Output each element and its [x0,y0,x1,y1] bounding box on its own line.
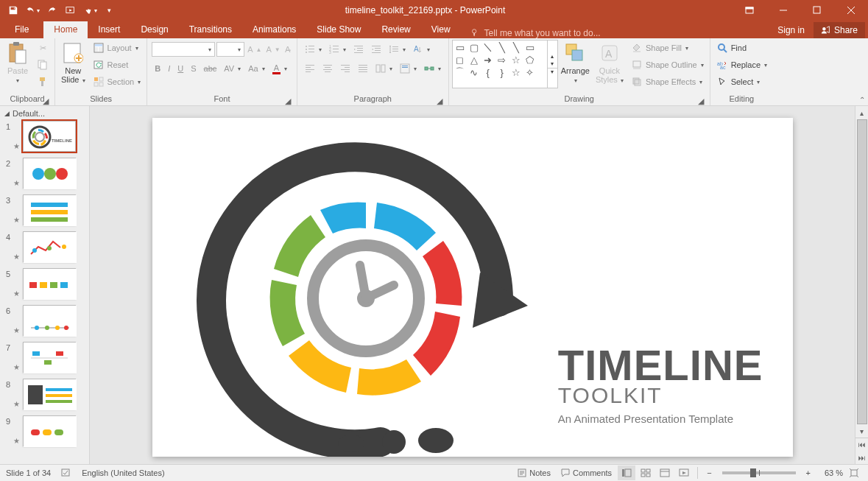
underline-button[interactable]: U [174,60,186,77]
tell-me-search[interactable]: Tell me what you want to do... [470,28,601,38]
close-button[interactable] [834,0,868,21]
zoom-slider[interactable] [722,471,796,474]
maximize-button[interactable] [800,0,834,21]
tab-review[interactable]: Review [371,21,420,38]
italic-button[interactable]: I [165,60,173,77]
redo-button[interactable] [43,1,60,19]
customize-qat-button[interactable]: ▾ [100,1,118,19]
grow-font-button[interactable]: A▲ [246,41,263,57]
vertical-scrollbar[interactable]: ▴ ▾ ⏮ ⏭ [855,106,868,464]
tab-file[interactable]: File [0,21,43,38]
undo-button[interactable]: ▾ [24,1,41,19]
collapse-ribbon-button[interactable]: ⌃ [859,96,865,104]
slide-thumbnail-5[interactable]: 5★ [0,267,89,303]
font-name-combo[interactable]: ▾ [152,42,215,57]
bullets-button[interactable]: ▾ [302,41,325,57]
cut-button[interactable]: ✂ [34,40,52,56]
slide-sorter-view-button[interactable] [637,466,654,480]
save-button[interactable] [4,1,22,19]
shapes-more[interactable]: ▾ [548,68,557,75]
slide-thumbnail-4[interactable]: 4★ [0,230,89,267]
char-spacing-button[interactable]: AV▾ [221,60,244,77]
language-indicator[interactable]: English (United States) [82,468,165,477]
slide-thumbnail-panel[interactable]: ◢Default... 1★TIMELINE2★3★4★5★6★7★8★9★ [0,106,90,464]
tab-transitions[interactable]: Transitions [179,21,242,38]
tab-design[interactable]: Design [130,21,178,38]
slide-thumbnail-9[interactable]: 9★ [0,414,89,451]
paragraph-launcher[interactable]: ◢ [435,96,444,105]
slide-canvas-area[interactable]: TIMELINE TOOLKIT An Animated Presentatio… [90,106,855,464]
slide-thumbnail-3[interactable]: 3★ [0,193,89,230]
tab-slideshow[interactable]: Slide Show [306,21,371,38]
slide-thumbnail-2[interactable]: 2★ [0,156,89,193]
prev-slide-button[interactable]: ⏮ [855,438,868,451]
clipboard-launcher[interactable]: ◢ [41,96,50,105]
spellcheck-icon[interactable] [61,467,71,479]
tab-view[interactable]: View [421,21,461,38]
font-launcher[interactable]: ◢ [283,96,292,105]
slideshow-view-button[interactable] [675,466,693,480]
line-spacing-button[interactable]: ▾ [386,41,409,57]
shape-outline-button[interactable]: Shape Outline ▾ [628,57,707,73]
slide-thumbnail-7[interactable]: 7★ [0,340,89,377]
shapes-scroll-up[interactable]: ▴ [548,53,557,60]
scroll-thumb[interactable] [857,119,867,424]
align-text-button[interactable]: ▾ [397,60,420,77]
tab-home[interactable]: Home [43,21,88,38]
section-header[interactable]: ◢Default... [0,106,89,119]
strikethrough-button[interactable]: abc [201,60,220,77]
columns-button[interactable]: ▾ [373,60,395,77]
decrease-indent-button[interactable] [350,41,367,57]
shape-fill-button[interactable]: Shape Fill ▾ [628,40,707,56]
notes-button[interactable]: Notes [513,467,555,479]
copy-button[interactable] [34,57,52,73]
font-size-combo[interactable]: ▾ [216,42,244,57]
format-painter-button[interactable] [34,74,52,90]
paste-button[interactable]: Paste▾ [3,40,32,87]
slide-thumbnail-8[interactable]: 8★ [0,377,89,414]
reset-button[interactable]: Reset [90,57,144,73]
zoom-in-button[interactable]: + [802,467,815,479]
scroll-down-button[interactable]: ▾ [855,424,868,438]
change-case-button[interactable]: Aa▾ [245,60,267,77]
normal-view-button[interactable] [618,466,635,480]
tab-insert[interactable]: Insert [88,21,130,38]
scroll-up-button[interactable]: ▴ [855,106,868,119]
new-slide-button[interactable]: NewSlide ▾ [58,40,88,87]
increase-indent-button[interactable] [368,41,384,57]
select-button[interactable]: Select ▾ [713,74,770,90]
text-direction-button[interactable]: A▾ [410,41,433,57]
zoom-out-button[interactable]: − [702,467,716,479]
smartart-button[interactable]: ▾ [421,60,444,77]
section-button[interactable]: Section ▾ [90,74,144,90]
slide[interactable]: TIMELINE TOOLKIT An Animated Presentatio… [152,118,793,457]
justify-button[interactable] [355,60,371,77]
slide-thumbnail-1[interactable]: 1★TIMELINE [0,119,89,156]
layout-button[interactable]: Layout ▾ [90,40,144,56]
zoom-level[interactable]: 63 % [816,468,843,477]
replace-button[interactable]: abacReplace ▾ [713,57,770,73]
reading-view-button[interactable] [656,466,674,480]
find-button[interactable]: Find [713,40,770,56]
minimize-button[interactable] [766,0,800,21]
slide-counter[interactable]: Slide 1 of 34 [6,468,51,477]
align-left-button[interactable] [302,60,318,77]
sign-in-link[interactable]: Sign in [772,22,811,38]
arrange-button[interactable]: Arrange▾ [558,40,593,87]
bold-button[interactable]: B [152,60,163,77]
tab-animations[interactable]: Animations [242,21,306,38]
shape-effects-button[interactable]: Shape Effects ▾ [628,74,707,90]
ribbon-display-options-button[interactable] [733,0,766,21]
numbering-button[interactable]: 123▾ [326,41,349,57]
comments-button[interactable]: Comments [557,467,616,479]
align-right-button[interactable] [337,60,353,77]
clear-formatting-button[interactable]: A̶ [283,41,292,57]
shadow-button[interactable]: S [188,60,199,77]
slide-thumbnail-6[interactable]: 6★ [0,303,89,340]
drawing-launcher[interactable]: ◢ [696,96,705,105]
share-button[interactable]: Share [814,22,865,38]
quick-styles-button[interactable]: A QuickStyles ▾ [593,40,627,87]
next-slide-button[interactable]: ⏭ [855,451,868,464]
start-from-beginning-button[interactable] [62,1,80,19]
shrink-font-button[interactable]: A▼ [265,41,282,57]
